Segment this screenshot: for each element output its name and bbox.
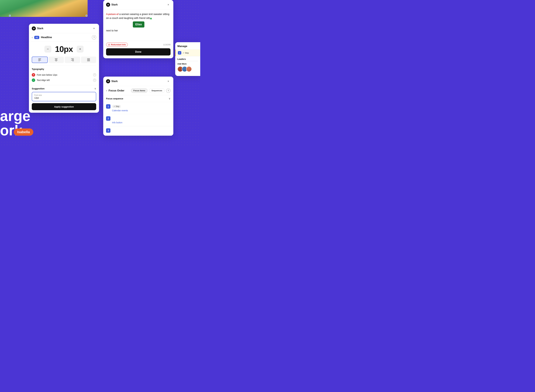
suggestion-section: Suggestion ∨ Font size 12px Apply sugges… — [29, 85, 99, 113]
font-size-check-label: Font size below 12px — [37, 74, 57, 76]
isabella-badge: Isabella — [14, 128, 33, 136]
info-icon-fontsize[interactable]: ? — [93, 73, 96, 76]
check-item-fontsize: ✕ Font size below 12px ? — [32, 72, 96, 78]
focus-stark-logo: ⊘ — [106, 79, 110, 83]
align-right-icon — [71, 58, 74, 61]
focus-num-2: 2 — [106, 116, 110, 121]
help-button[interactable]: ? — [92, 35, 96, 40]
focus-help-button[interactable]: ? — [166, 89, 170, 93]
stark-panel-typography: ⊘ Stark × ‹ #1 Headline ? − 10px + — [29, 24, 99, 113]
alt-text-suffix: next to her — [106, 29, 170, 33]
align-left-icon — [38, 58, 41, 61]
align-right-button[interactable] — [65, 56, 80, 63]
char-count: 113/200 — [163, 43, 170, 46]
check-item-align: ✓ Text Align left ? — [32, 78, 96, 83]
align-left-button[interactable] — [32, 56, 48, 63]
alttext-panel-stark-title: Stark — [111, 3, 118, 6]
alignment-section — [29, 56, 99, 65]
suggestion-label: Suggestion — [32, 87, 45, 90]
manage-item-num-1: 1 — [178, 51, 181, 55]
focus-item-1: 1 ✓ Skip Calendar events — [103, 102, 173, 114]
focus-sequence-label: Focus sequence — [106, 97, 123, 100]
ok-icon: ✓ — [32, 79, 35, 82]
avatar-row — [177, 66, 198, 72]
align-center-icon — [55, 58, 57, 61]
tab-sequences[interactable]: Sequences — [149, 88, 165, 93]
typography-section: Typography ✕ Font size below 12px ? ✓ Te… — [29, 66, 99, 85]
alt-text-area: A picture of a women wearing a green kni… — [103, 9, 173, 41]
manage-leaders-title: Leaders — [175, 56, 200, 61]
apply-suggestion-button[interactable]: Apply suggestion — [32, 103, 96, 110]
suggestion-box: Font size 12px — [32, 92, 96, 101]
manage-title: Manage — [175, 45, 200, 50]
panel-badge: #1 — [34, 36, 39, 39]
done-button[interactable]: Done — [106, 48, 170, 56]
typography-title: Typography — [32, 68, 96, 70]
focus-panel-header: ⊘ Stark × — [103, 77, 173, 86]
alttext-stark-logo: ⊘ — [106, 3, 110, 7]
focus-section-title: Focus Order — [109, 89, 129, 92]
focus-item-name-2: Info button — [106, 121, 170, 124]
font-size-section: − 10px + — [29, 42, 99, 56]
focus-item-2: 2 Info button — [103, 114, 173, 126]
panel-title-stark: Stark — [37, 27, 43, 30]
manage-panel: Manage 1 ✓ Skip Leaders Add Mem — [175, 42, 200, 76]
align-justify-icon — [87, 58, 90, 61]
cursor-icon — [10, 127, 13, 129]
focus-sequence-header: Focus sequence ∨ — [103, 95, 173, 102]
panel-headline-label: Headline — [41, 36, 52, 39]
info-icon-align[interactable]: ? — [93, 79, 96, 82]
increment-button[interactable]: + — [77, 46, 84, 52]
manage-item-1: 1 ✓ Skip — [175, 50, 200, 56]
back-button[interactable]: ‹ — [32, 36, 33, 39]
focus-close-button[interactable]: × — [166, 79, 170, 84]
focus-num-1: 1 — [106, 104, 110, 109]
close-button[interactable]: × — [92, 26, 96, 31]
focus-num-3: 3 — [106, 128, 110, 133]
align-justify-button[interactable] — [81, 56, 96, 63]
alt-text-strikethrough: A picture of — [106, 13, 118, 15]
font-size-value: 10px — [55, 44, 73, 54]
focus-tag-1: ✓ Skip — [112, 105, 121, 108]
error-icon: ✕ — [32, 73, 35, 77]
alttext-panel-logo: ⊘ Stark — [106, 3, 118, 7]
add-member-title: Add Mem — [177, 63, 198, 65]
elias-tooltip: Elias — [133, 21, 144, 28]
alt-text-content: A picture of a women wearing a green kni… — [106, 12, 170, 33]
redundant-info-badge: ⚠ Redundant Info — [106, 42, 128, 47]
background-photo — [0, 0, 88, 17]
alt-text-footer: ⚠ Redundant Info 113/200 — [103, 41, 173, 48]
suggestion-field-label: Font size — [34, 94, 94, 96]
panel-nav: ‹ #1 Headline ? — [29, 33, 99, 42]
stark-logo-icon: ⊘ — [32, 26, 36, 30]
tab-focus-items[interactable]: Focus Items — [131, 88, 147, 93]
align-center-button[interactable] — [49, 56, 64, 63]
suggestion-chevron-icon: ∨ — [94, 87, 96, 90]
manage-item-label-1: ✓ Skip — [183, 52, 189, 54]
focus-item-3: 3 — [103, 126, 173, 136]
suggestion-header[interactable]: Suggestion ∨ — [32, 87, 96, 90]
green-cursor-icon — [150, 17, 152, 19]
photo-handle-tl[interactable] — [9, 15, 11, 16]
focus-panel-stark-title: Stark — [111, 80, 118, 83]
add-member-section: Add Mem — [175, 61, 200, 74]
panel-logo: ⊘ Stark — [32, 26, 43, 30]
stark-panel-focus-order: ⊘ Stark × ‹ Focus Order Focus Items Sequ… — [103, 77, 173, 136]
avatar-3 — [186, 66, 192, 72]
alttext-panel-header: ⊘ Stark × — [103, 0, 173, 9]
focus-nav: ‹ Focus Order Focus Items Sequences ? — [103, 86, 173, 95]
panel-header: ⊘ Stark × — [29, 24, 99, 33]
text-align-check-label: Text Align left — [37, 79, 50, 81]
focus-chevron-icon: ∨ — [169, 97, 170, 100]
focus-item-name-1: Calendar events — [106, 109, 170, 112]
photo-handle-tr[interactable] — [86, 15, 87, 16]
decrement-button[interactable]: − — [44, 46, 51, 52]
focus-panel-logo: ⊘ Stark — [106, 79, 118, 83]
stark-panel-alttext: ⊘ Stark × A picture of a women wearing a… — [103, 0, 173, 58]
focus-back-button[interactable]: ‹ — [106, 89, 107, 92]
alttext-close-button[interactable]: × — [166, 3, 170, 7]
redundant-info-label: Redundant Info — [111, 43, 126, 46]
warning-icon: ⚠ — [108, 43, 110, 46]
suggestion-field-value: 12px — [34, 97, 94, 99]
